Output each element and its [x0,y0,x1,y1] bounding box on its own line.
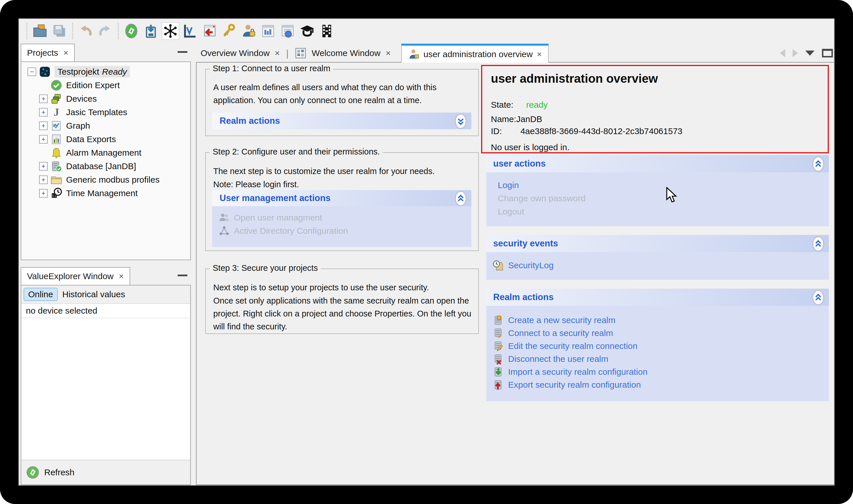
screenshot-frame: Projects × − TestprojektReady Edition Ex… [0,0,853,504]
refresh-label[interactable]: Refresh [44,468,74,477]
name-value: JanDB [516,114,542,124]
scroll-right-icon[interactable] [793,49,798,57]
import-realm-config-item[interactable]: Import a security realm configuration [493,366,647,378]
users-icon [219,212,230,223]
change-own-password-item[interactable]: Change own password [498,194,586,203]
projects-panel-tab[interactable]: Projects × [21,44,75,61]
expand-expander-icon[interactable]: + [39,122,48,130]
tree-item-time-management[interactable]: + 1:1 Time Management [21,186,190,200]
edit-security-realm-item[interactable]: Edit the security realm connection [493,340,638,352]
item-label: Edit the security realm connection [508,341,638,351]
step2-title: Step 2: Configure user and their permiss… [210,147,383,157]
connect-security-realm-item[interactable]: Connect to a security realm [493,327,613,339]
tab-online[interactable]: Online [23,288,58,301]
network-hub-icon[interactable] [162,23,179,39]
export-realm-config-item[interactable]: Export security realm configuration [493,379,641,391]
tree-item-testprojekt[interactable]: − TestprojektReady [21,65,190,78]
chevron-up-icon[interactable] [455,191,467,205]
database-edit-icon [493,340,504,352]
item-label: Active Directory Configuration [234,226,348,236]
state-row: State: ready [491,100,548,110]
tab-historical-values[interactable]: Historical values [63,289,125,299]
close-icon[interactable]: × [275,48,280,58]
expand-expander-icon[interactable]: + [39,176,48,184]
security-events-body: SecurityLog [486,252,829,280]
save-icon[interactable] [51,23,68,39]
undo-icon[interactable] [77,23,94,39]
create-security-realm-item[interactable]: Create a new security realm [493,314,615,326]
chevron-up-icon[interactable] [812,236,824,251]
chevron-down-icon[interactable] [455,113,467,128]
user-administration-icon[interactable] [240,23,257,39]
disconnect-user-realm-item[interactable]: Disconnect the user realm [493,353,608,365]
open-user-management-item[interactable]: Open user managment [219,212,322,223]
redo-icon[interactable] [97,23,114,39]
expand-expander-icon[interactable]: + [39,108,48,116]
import-to-device-icon[interactable] [142,23,159,39]
value-explorer-tab[interactable]: ValueExplorer Window × [21,267,130,285]
chevron-up-icon[interactable] [812,156,824,171]
collapse-expander-icon[interactable]: − [28,68,36,76]
tree-item-edition-expert[interactable]: Edition Expert [21,78,190,92]
close-icon[interactable]: × [63,48,68,58]
expand-expander-icon[interactable]: + [39,94,48,103]
close-icon[interactable]: × [537,49,542,59]
document-tabstrip: Overview Window × | Welcome Window × use… [196,44,549,62]
tab-welcome-window[interactable]: Welcome Window × [290,48,395,59]
refresh-icon[interactable] [26,466,40,479]
close-icon[interactable]: × [119,271,124,281]
tree-item-database[interactable]: + Database [JanDB] [21,159,190,173]
graph-view-icon[interactable] [181,23,198,39]
tree-item-devices[interactable]: + Devices [21,92,190,105]
item-label: Login [498,180,519,190]
report-window-icon[interactable] [260,23,277,39]
no-device-row: no device selected [21,304,190,318]
close-icon[interactable]: × [386,48,391,58]
tree-item-generic-modbus-profiles[interactable]: + Generic modbus profiles [21,173,190,186]
user-admin-tab-icon [408,49,420,60]
tab-list-menu-icon[interactable] [805,51,815,56]
id-label: ID: [491,126,502,136]
open-project-icon[interactable] [32,23,48,39]
expand-expander-icon[interactable]: + [39,189,48,198]
directory-nodes-icon [219,225,230,237]
tree-item-label: Generic modbus profiles [66,175,159,185]
tree-item-data-exports[interactable]: + Data Exports [21,132,190,146]
realm-actions-header[interactable]: Realm actions [486,289,829,306]
minimize-icon[interactable] [178,274,187,276]
security-events-header[interactable]: security events [486,235,829,252]
user-management-actions-bar[interactable]: User management actions [212,190,471,206]
chevron-up-icon[interactable] [812,290,824,305]
login-item[interactable]: Login [498,180,519,190]
tree-item-graph[interactable]: + Graph [21,119,190,132]
user-actions-header[interactable]: user actions [486,155,829,172]
planning-window-icon[interactable] [279,23,296,39]
tree-item-label: Alarm Management [66,148,141,158]
database-connect-icon [493,327,504,339]
security-keys-icon[interactable] [221,23,238,39]
security-log-item[interactable]: SecurityLog [493,259,554,271]
item-label: Logout [498,207,524,217]
tab-user-administration-overview[interactable]: user administration overview × [401,44,549,62]
maximize-icon[interactable] [822,49,833,57]
media-icon[interactable] [318,23,335,39]
step3-groupbox: Step 3: Secure your projects Next step i… [205,269,479,334]
realm-actions-bar[interactable]: Realm actions [212,112,471,129]
realm-actions-body: Create a new security realm Connect to a… [486,306,829,401]
step3-line2: Once set only applications with the same… [213,294,473,333]
tree-item-jasic-templates[interactable]: + J Jasic Templates [21,105,190,119]
scroll-left-icon[interactable] [780,49,785,57]
tab-overview-window[interactable]: Overview Window × [196,48,284,58]
step2-line2: Note: Please login first. [213,178,472,191]
synchronize-icon[interactable] [123,23,140,39]
minimize-icon[interactable] [178,51,187,53]
expand-expander-icon[interactable]: + [39,135,48,144]
database-export-icon [493,379,504,391]
education-icon[interactable] [299,23,316,39]
close-window-back-icon[interactable] [201,23,218,39]
logout-item[interactable]: Logout [498,207,524,217]
security-events-title: security events [493,238,558,249]
expand-expander-icon[interactable]: + [39,162,48,170]
tree-item-alarm-management[interactable]: Alarm Management [21,146,190,159]
active-directory-config-item[interactable]: Active Directory Configuration [219,225,348,237]
